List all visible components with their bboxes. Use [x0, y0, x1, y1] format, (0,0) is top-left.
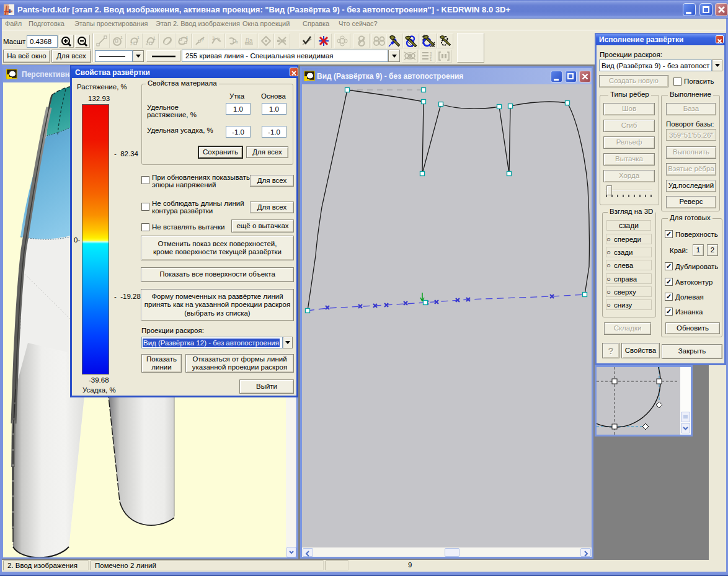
svg-text:p: p	[202, 37, 204, 42]
svg-text:1: 1	[120, 35, 123, 40]
svg-text:b: b	[236, 40, 238, 44]
svg-text:Да: Да	[245, 37, 253, 44]
svg-text:4: 4	[185, 35, 188, 40]
svg-text:1: 1	[153, 36, 156, 40]
svg-text:1: 1	[430, 58, 432, 61]
svg-text:2: 2	[130, 42, 133, 46]
svg-text:1: 1	[137, 35, 140, 40]
svg-text:2: 2	[146, 41, 148, 45]
svg-text:3: 3	[212, 36, 215, 40]
